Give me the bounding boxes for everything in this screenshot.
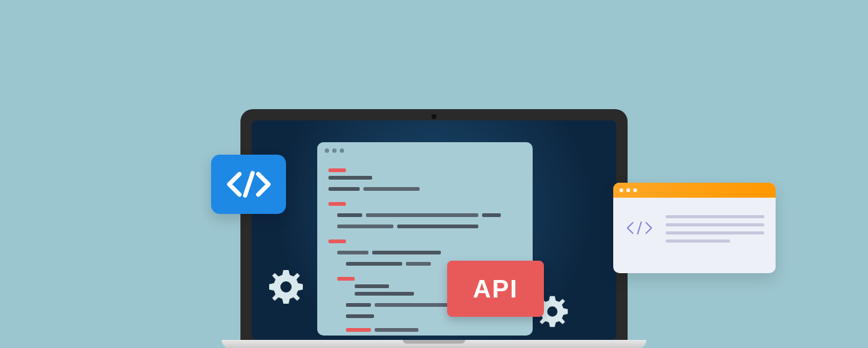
code-line	[346, 303, 371, 307]
code-line	[337, 225, 393, 228]
text-line	[666, 223, 764, 226]
code-line	[328, 239, 346, 243]
browser-text-lines	[666, 210, 764, 248]
code-brackets-badge	[211, 155, 286, 214]
traffic-light-dot	[619, 188, 623, 192]
browser-body	[613, 198, 776, 260]
code-line	[366, 213, 478, 217]
code-line	[355, 284, 389, 288]
traffic-light-dot	[633, 188, 637, 192]
code-line	[328, 187, 360, 191]
code-brackets-icon	[225, 167, 272, 201]
code-line	[328, 176, 372, 180]
text-line	[666, 239, 730, 243]
gear-icon	[267, 268, 305, 306]
api-label: API	[473, 275, 518, 303]
code-line	[482, 213, 501, 217]
laptop-screen: API	[252, 120, 616, 340]
svg-line-0	[245, 173, 252, 196]
code-line	[375, 328, 418, 332]
code-line	[372, 251, 441, 254]
code-line	[346, 328, 371, 332]
api-badge: API	[447, 261, 544, 317]
code-line	[337, 277, 355, 281]
code-line	[328, 202, 346, 206]
laptop-illustration: API	[240, 109, 628, 348]
svg-line-1	[638, 221, 641, 233]
code-line	[406, 262, 431, 266]
traffic-light-dot	[332, 148, 337, 153]
code-brackets-icon	[624, 217, 654, 241]
code-line	[375, 303, 450, 307]
browser-window-card	[613, 183, 776, 273]
code-line	[355, 292, 414, 296]
text-line	[666, 215, 764, 218]
laptop-bezel: API	[240, 109, 628, 340]
code-line	[363, 187, 420, 191]
code-line	[337, 213, 362, 217]
code-line	[346, 262, 402, 266]
browser-titlebar	[613, 183, 776, 198]
laptop-base	[222, 340, 646, 348]
code-line	[328, 168, 346, 172]
code-line	[337, 251, 368, 254]
editor-titlebar	[317, 142, 533, 160]
traffic-light-dot	[626, 188, 630, 192]
traffic-light-dot	[325, 148, 329, 153]
traffic-light-dot	[340, 148, 344, 153]
code-line	[346, 314, 374, 318]
code-editor-window: API	[317, 142, 533, 336]
camera-dot	[432, 114, 436, 119]
code-line	[397, 225, 478, 228]
text-line	[666, 231, 764, 234]
